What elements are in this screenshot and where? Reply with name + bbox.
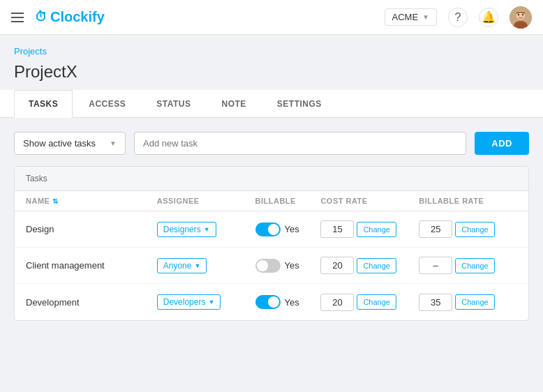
table-row: Development Developers ▼ Yes Change Chan… <box>15 284 528 320</box>
filter-dropdown[interactable]: Show active tasks ▼ <box>14 132 126 155</box>
billable-label: Yes <box>285 297 299 308</box>
logo-text: Clockify <box>50 9 105 25</box>
assignee-dropdown[interactable]: Anyone ▼ <box>157 258 207 273</box>
breadcrumb-link[interactable]: Projects <box>14 46 47 56</box>
main-content: Show active tasks ▼ ADD Tasks NAME ⇅ ASS… <box>0 118 543 335</box>
billable-rate-change-button[interactable]: Change <box>455 294 495 310</box>
billable-toggle[interactable] <box>255 223 281 236</box>
assignee-dropdown[interactable]: Developers ▼ <box>157 294 221 310</box>
add-task-input[interactable] <box>134 132 466 155</box>
tab-settings[interactable]: SETTINGS <box>262 90 336 117</box>
column-headers: NAME ⇅ ASSIGNEE BILLABLE COST RATE BILLA… <box>15 191 528 211</box>
assignee-cell: Developers ▼ <box>157 294 255 310</box>
tabs-bar: TASKS ACCESS STATUS NOTE SETTINGS <box>0 90 543 118</box>
assignee-cell: Designers ▼ <box>157 222 255 237</box>
billable-rate-change-button[interactable]: Change <box>455 222 495 237</box>
billable-label: Yes <box>285 224 299 234</box>
help-icon: ? <box>455 11 461 24</box>
logo: ⏱ Clockify <box>35 9 105 25</box>
billable-cell: Yes <box>255 295 321 309</box>
header: ⏱ Clockify ACME ▼ ? 🔔 <box>0 0 543 35</box>
chevron-down-icon: ▼ <box>194 262 200 269</box>
svg-point-5 <box>522 13 523 15</box>
tab-status[interactable]: STATUS <box>142 90 205 117</box>
billable-rate-cell: Change <box>419 220 517 238</box>
logo-clock-icon: ⏱ <box>35 10 47 24</box>
billable-rate-dash: – <box>419 257 452 274</box>
cost-rate-cell: Change <box>320 294 419 311</box>
hamburger-icon[interactable] <box>11 13 24 22</box>
billable-rate-change-button[interactable]: Change <box>455 258 495 273</box>
chevron-down-icon: ▼ <box>208 299 214 306</box>
chevron-down-icon: ▼ <box>422 13 429 21</box>
billable-toggle[interactable] <box>255 259 281 273</box>
breadcrumb: Projects <box>0 35 543 59</box>
tab-tasks[interactable]: TASKS <box>14 90 73 118</box>
sort-icon: ⇅ <box>52 197 59 205</box>
billable-rate-input[interactable] <box>419 294 452 311</box>
table-row: Design Designers ▼ Yes Change Change <box>15 211 528 248</box>
filter-row: Show active tasks ▼ ADD <box>14 132 529 155</box>
col-assignee: ASSIGNEE <box>157 197 255 205</box>
assignee-label: Anyone <box>163 261 192 271</box>
tab-note[interactable]: NOTE <box>207 90 261 117</box>
cost-rate-cell: Change <box>320 220 419 238</box>
svg-point-4 <box>518 13 519 15</box>
assignee-cell: Anyone ▼ <box>157 258 255 273</box>
cost-rate-change-button[interactable]: Change <box>357 258 396 273</box>
task-name: Development <box>26 297 157 308</box>
billable-rate-input[interactable] <box>419 220 452 238</box>
filter-dropdown-label: Show active tasks <box>23 138 96 149</box>
table-row: Client management Anyone ▼ Yes Change – … <box>15 248 528 284</box>
avatar[interactable] <box>509 6 532 29</box>
bell-icon: 🔔 <box>482 10 496 24</box>
cost-rate-input[interactable] <box>320 294 354 311</box>
task-name: Client management <box>26 260 157 271</box>
col-billable: BILLABLE <box>255 197 321 205</box>
chevron-down-icon: ▼ <box>110 140 117 147</box>
chevron-down-icon: ▼ <box>204 226 210 233</box>
add-button[interactable]: ADD <box>475 132 529 155</box>
workspace-label: ACME <box>392 12 419 22</box>
billable-cell: Yes <box>255 259 321 273</box>
billable-toggle[interactable] <box>255 295 281 309</box>
col-billable-rate: BILLABLE RATE <box>419 197 517 205</box>
cost-rate-change-button[interactable]: Change <box>357 294 396 310</box>
billable-rate-cell: – Change <box>419 257 517 274</box>
workspace-dropdown[interactable]: ACME ▼ <box>385 8 437 26</box>
cost-rate-change-button[interactable]: Change <box>357 222 396 237</box>
billable-label: Yes <box>285 260 299 271</box>
cost-rate-cell: Change <box>320 257 419 274</box>
header-right: ACME ▼ ? 🔔 <box>385 6 532 29</box>
help-button[interactable]: ? <box>448 8 468 27</box>
assignee-dropdown[interactable]: Designers ▼ <box>157 222 216 237</box>
tasks-table: Tasks NAME ⇅ ASSIGNEE BILLABLE COST RATE… <box>14 166 529 321</box>
billable-rate-cell: Change <box>419 294 517 311</box>
notification-button[interactable]: 🔔 <box>479 8 498 27</box>
table-section-label: Tasks <box>15 167 528 191</box>
assignee-label: Designers <box>163 225 201 234</box>
col-name: NAME ⇅ <box>26 197 157 205</box>
col-cost-rate: COST RATE <box>320 197 419 205</box>
task-name: Design <box>26 224 157 234</box>
assignee-label: Developers <box>163 297 206 307</box>
cost-rate-input[interactable] <box>320 257 354 274</box>
billable-cell: Yes <box>255 223 321 236</box>
cost-rate-input[interactable] <box>320 220 354 238</box>
avatar-image <box>509 6 532 29</box>
page-title: ProjectX <box>0 59 543 90</box>
tab-access[interactable]: ACCESS <box>74 90 140 117</box>
header-left: ⏱ Clockify <box>11 9 105 25</box>
